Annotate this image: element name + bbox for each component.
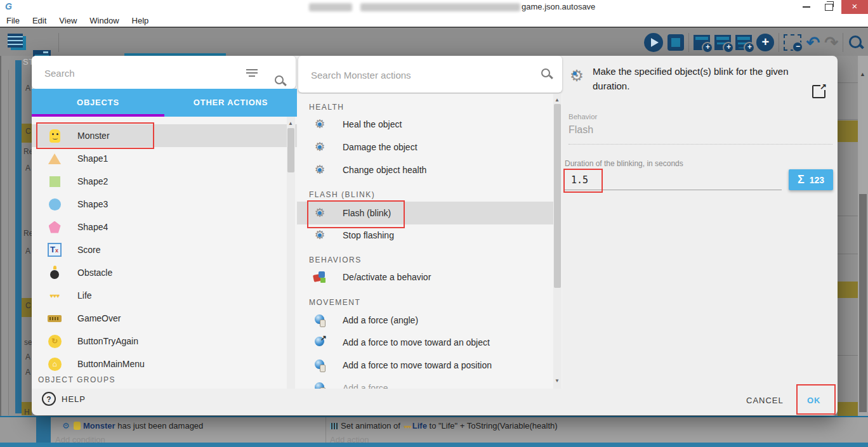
add-comment-event-icon[interactable]: + bbox=[714, 35, 731, 50]
menu-help[interactable]: Help bbox=[132, 16, 149, 25]
undo-icon[interactable]: ↶ bbox=[806, 34, 820, 51]
menu-window[interactable]: Window bbox=[89, 16, 119, 25]
scroll-down-icon[interactable]: ▼ bbox=[555, 378, 560, 384]
close-button[interactable]: × bbox=[841, 0, 868, 14]
redacted-title-segment bbox=[360, 3, 520, 11]
tab-other-actions[interactable]: OTHER ACTIONS bbox=[164, 89, 297, 117]
open-in-new-icon[interactable] bbox=[812, 85, 825, 98]
action-chooser-dialog: OBJECTS OTHER ACTIONS Monster Shape1 Sha… bbox=[32, 56, 838, 415]
help-button[interactable]: HELP bbox=[42, 392, 86, 406]
gear-icon bbox=[313, 118, 326, 131]
triangle-icon bbox=[47, 151, 62, 166]
object-item-gameover[interactable]: GameOver bbox=[32, 307, 297, 330]
action-search-input[interactable] bbox=[310, 56, 497, 94]
pentagon-icon bbox=[47, 219, 62, 235]
duration-label: Duration of the blinking, in seconds bbox=[565, 159, 683, 168]
object-item-monster[interactable]: Monster bbox=[32, 124, 297, 147]
action-description: Make the specified object(s) blink for t… bbox=[593, 64, 806, 93]
event-indent-bar bbox=[36, 417, 51, 443]
object-item-shape2[interactable]: Shape2 bbox=[32, 170, 297, 193]
add-event-icon[interactable]: + bbox=[694, 35, 710, 50]
section-health: HEALTH bbox=[309, 103, 344, 112]
object-item-buttontryagain[interactable]: ButtonTryAgain bbox=[32, 330, 297, 353]
section-flash: FLASH (BLINK) bbox=[309, 190, 375, 199]
gear-icon bbox=[569, 67, 585, 84]
search-icon[interactable] bbox=[848, 34, 864, 51]
action-item-deactivate-behavior[interactable]: De/activate a behavior bbox=[297, 266, 561, 288]
action-item-heal[interactable]: Heal the object bbox=[297, 113, 561, 135]
event-condition[interactable]: ⚙Monster has just been damaged bbox=[62, 421, 203, 431]
action-item-add-force-position[interactable]: Add a force to move toward a position bbox=[297, 354, 561, 376]
section-behaviors: BEHAVIORS bbox=[309, 256, 362, 264]
tab-objects[interactable]: OBJECTS bbox=[32, 89, 164, 117]
object-item-shape4[interactable]: Shape4 bbox=[32, 216, 297, 238]
add-circle-icon[interactable]: + bbox=[756, 34, 774, 51]
object-item-shape3[interactable]: Shape3 bbox=[32, 193, 297, 216]
action-item-add-force-object[interactable]: Add a force to move toward an object bbox=[297, 332, 561, 353]
hearts-icon: ♥♥♥ bbox=[47, 288, 62, 303]
gear-icon bbox=[313, 207, 326, 219]
behavior-label: Behavior bbox=[569, 113, 597, 120]
window-scrollbar-thumb[interactable] bbox=[859, 194, 867, 412]
duration-input[interactable]: 1.5 bbox=[571, 174, 588, 186]
event-sheet-left-edge bbox=[0, 56, 1, 447]
menu-file[interactable]: File bbox=[6, 16, 20, 25]
bomb-icon bbox=[47, 265, 62, 280]
debug-icon[interactable] bbox=[667, 34, 684, 51]
events-sheet-icon[interactable] bbox=[8, 34, 27, 50]
restore-icon bbox=[825, 4, 833, 11]
expression-editor-button[interactable]: Σ 123 bbox=[789, 169, 833, 190]
home-button-icon bbox=[47, 356, 62, 372]
restore-button[interactable] bbox=[819, 0, 839, 14]
action-item-flash-blink[interactable]: Flash (blink) bbox=[297, 202, 561, 224]
minimize-button[interactable] bbox=[796, 0, 817, 14]
object-list: Monster Shape1 Shape2 Shape3 Shape4 Scor… bbox=[32, 117, 297, 389]
scroll-up-icon[interactable]: ▲ bbox=[860, 71, 865, 77]
action-item-damage[interactable]: Damage the object bbox=[297, 136, 561, 158]
text-object-icon bbox=[47, 242, 62, 257]
retry-button-icon bbox=[47, 334, 62, 349]
minimize-icon bbox=[803, 6, 810, 8]
search-icon[interactable] bbox=[275, 75, 286, 87]
action-item-add-force-partial[interactable]: Add a force bbox=[297, 377, 561, 389]
toolbar: + + + + − ↶ ↷ bbox=[0, 29, 868, 56]
object-groups-header: OBJECT GROUPS bbox=[38, 375, 115, 384]
action-list-scrollbar-thumb[interactable] bbox=[554, 104, 561, 288]
force-icon bbox=[313, 381, 327, 389]
animation-icon bbox=[330, 423, 338, 429]
object-item-obstacle[interactable]: Obstacle bbox=[32, 261, 297, 284]
action-item-stop-flashing[interactable]: Stop flashing bbox=[297, 224, 561, 246]
filter-icon[interactable] bbox=[246, 68, 258, 77]
banner-icon bbox=[47, 311, 62, 326]
action-item-change-health[interactable]: Change object health bbox=[297, 159, 561, 181]
gdevelop-window: G game.json.autosave × File Edit View Wi… bbox=[0, 0, 868, 447]
window-title: game.json.autosave bbox=[522, 2, 595, 11]
behavior-value: Flash bbox=[569, 124, 593, 136]
menu-edit[interactable]: Edit bbox=[32, 16, 46, 25]
scroll-up-icon[interactable]: ▲ bbox=[555, 97, 560, 103]
redacted-title-segment bbox=[309, 3, 352, 11]
object-list-scrollbar-thumb[interactable] bbox=[287, 128, 294, 172]
scroll-up-icon[interactable]: ▲ bbox=[288, 120, 293, 126]
remove-event-icon[interactable]: − bbox=[784, 34, 801, 51]
dialog-tabs: OBJECTS OTHER ACTIONS bbox=[32, 89, 297, 117]
object-item-score[interactable]: Score bbox=[32, 238, 297, 261]
redo-icon[interactable]: ↷ bbox=[824, 34, 838, 51]
play-icon[interactable] bbox=[644, 33, 663, 52]
force-toward-object-icon bbox=[313, 335, 327, 349]
object-item-life[interactable]: ♥♥♥ Life bbox=[32, 284, 297, 307]
object-item-buttonmainmenu[interactable]: ButtonMainMenu bbox=[32, 353, 297, 375]
cancel-button[interactable]: CANCEL bbox=[746, 396, 784, 405]
action-item-add-force-angle[interactable]: Add a force (angle) bbox=[297, 309, 561, 331]
ok-button[interactable]: OK bbox=[807, 396, 821, 405]
object-item-shape1[interactable]: Shape1 bbox=[32, 147, 297, 170]
monster-icon bbox=[47, 128, 62, 143]
object-search-input[interactable] bbox=[43, 56, 230, 90]
force-icon bbox=[313, 358, 327, 372]
menu-view[interactable]: View bbox=[59, 16, 77, 25]
event-action[interactable]: Set animation of ♥♥♥Life to "Life" + ToS… bbox=[330, 421, 558, 431]
add-subevent-icon[interactable]: + bbox=[735, 35, 752, 50]
flash-behavior-icon: ⚙ bbox=[62, 422, 71, 431]
search-icon[interactable] bbox=[541, 68, 553, 80]
hearts-icon: ♥♥♥ bbox=[404, 424, 411, 430]
